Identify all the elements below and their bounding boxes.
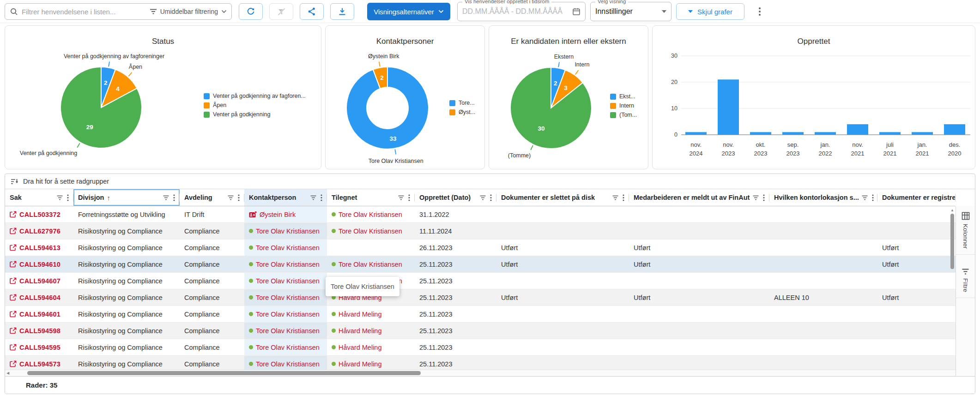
column-header-hvilken-kontorlokasjon-s[interactable]: Hvilken kontorlokasjon s... bbox=[769, 189, 877, 206]
case-link[interactable]: CALL594601 bbox=[19, 311, 60, 318]
person-link[interactable]: Tore Olav Kristiansen bbox=[256, 277, 320, 285]
person-link[interactable]: Tore Olav Kristiansen bbox=[256, 244, 320, 251]
bar[interactable] bbox=[847, 124, 868, 135]
view-select-field[interactable]: Velg visning Innstillinger bbox=[590, 2, 671, 21]
column-filter-icon[interactable] bbox=[310, 195, 316, 200]
row-group-dropzone[interactable]: Dra hit for å sette radgrupper bbox=[5, 174, 975, 189]
person-link[interactable]: Tore Olav Kristiansen bbox=[256, 294, 320, 301]
column-menu-icon[interactable] bbox=[763, 194, 765, 201]
case-link[interactable]: CALL627976 bbox=[19, 227, 60, 235]
person-link[interactable]: Tore Olav Kristiansen bbox=[339, 261, 402, 268]
person-link[interactable]: Tore Olav Kristiansen bbox=[256, 261, 320, 268]
person-link[interactable]: Håvard Meling bbox=[339, 360, 382, 368]
case-link[interactable]: CALL594604 bbox=[19, 294, 60, 301]
column-menu-icon[interactable] bbox=[173, 194, 175, 201]
bar[interactable] bbox=[718, 79, 739, 135]
bar[interactable] bbox=[815, 132, 836, 135]
search-box[interactable]: Umiddelbar filtrering bbox=[5, 3, 232, 20]
person-link[interactable]: Tore Olav Kristiansen bbox=[256, 327, 320, 335]
person-link[interactable]: Tore Olav Kristiansen bbox=[256, 227, 320, 235]
bar[interactable] bbox=[750, 132, 771, 135]
clear-filter-button[interactable] bbox=[269, 3, 293, 20]
filter-mode-dropdown[interactable]: Umiddelbar filtrering bbox=[150, 8, 227, 15]
column-header-sak[interactable]: Sak bbox=[5, 189, 73, 206]
open-case-icon[interactable] bbox=[10, 261, 17, 268]
column-menu-icon[interactable] bbox=[408, 194, 410, 201]
open-case-icon[interactable] bbox=[10, 344, 17, 351]
column-menu-icon[interactable] bbox=[623, 194, 624, 201]
calendar-icon[interactable] bbox=[572, 7, 581, 16]
open-case-icon[interactable] bbox=[10, 277, 17, 284]
table-row[interactable]: CALL627976Risikostyring og ComplianceCom… bbox=[5, 223, 956, 239]
bar[interactable] bbox=[944, 124, 965, 135]
column-menu-icon[interactable] bbox=[490, 194, 492, 201]
person-link[interactable]: Tore Olav Kristiansen bbox=[339, 227, 402, 235]
horizontal-scrollbar[interactable]: ◀ bbox=[5, 370, 956, 376]
column-menu-icon[interactable] bbox=[321, 194, 322, 201]
bar[interactable] bbox=[879, 132, 901, 135]
column-header-avdeling[interactable]: Avdeling bbox=[180, 189, 244, 206]
open-case-icon[interactable] bbox=[10, 227, 17, 234]
table-row[interactable]: CALL594598Risikostyring og ComplianceCom… bbox=[5, 323, 956, 339]
column-header-dokumenter-er-registrert-i[interactable]: Dokumenter er registrert i bbox=[877, 189, 956, 206]
column-filter-icon[interactable] bbox=[398, 195, 404, 200]
person-link[interactable]: Håvard Meling bbox=[339, 311, 382, 318]
person-link[interactable]: Tore Olav Kristiansen bbox=[256, 344, 320, 351]
person-link[interactable]: Tore Olav Kristiansen bbox=[339, 211, 402, 218]
case-link[interactable]: CALL594573 bbox=[19, 360, 60, 368]
table-row[interactable]: CALL594607Risikostyring og ComplianceCom… bbox=[5, 273, 956, 289]
date-range-field[interactable]: Vis henvendelser opprettet i tidsrom DD.… bbox=[457, 2, 586, 21]
column-header-divisjon[interactable]: Divisjon↑ bbox=[73, 189, 180, 206]
column-filter-icon[interactable] bbox=[163, 195, 169, 200]
person-link[interactable]: Tore Olav Kristiansen bbox=[256, 311, 320, 318]
column-filter-icon[interactable] bbox=[57, 195, 63, 200]
table-row[interactable]: CALL594604Risikostyring og ComplianceCom… bbox=[5, 289, 956, 306]
table-row[interactable]: CALL594601Risikostyring og ComplianceCom… bbox=[5, 306, 956, 323]
bar[interactable] bbox=[782, 132, 804, 135]
column-menu-icon[interactable] bbox=[67, 194, 69, 201]
download-button[interactable] bbox=[330, 3, 354, 20]
open-case-icon[interactable] bbox=[10, 294, 17, 301]
column-header-medarbeideren-er-meldt-ut-av-finaut[interactable]: Medarbeideren er meldt ut av FinAut bbox=[629, 189, 769, 206]
case-link[interactable]: CALL594610 bbox=[19, 261, 60, 268]
case-link[interactable]: CALL594598 bbox=[19, 327, 60, 335]
column-filter-icon[interactable] bbox=[753, 195, 759, 200]
column-filter-icon[interactable] bbox=[612, 195, 618, 200]
table-row[interactable]: CALL594573Risikostyring og ComplianceCom… bbox=[5, 356, 956, 370]
case-link[interactable]: CALL594607 bbox=[19, 277, 60, 285]
person-link[interactable]: Håvard Meling bbox=[339, 344, 382, 351]
column-filter-icon[interactable] bbox=[862, 195, 868, 200]
column-header-opprettet-dato[interactable]: Opprettet (Dato) bbox=[415, 189, 496, 206]
column-header-tilegnet[interactable]: Tilegnet bbox=[327, 189, 415, 206]
share-button[interactable] bbox=[300, 3, 324, 20]
table-row[interactable]: CALL594613Risikostyring og ComplianceCom… bbox=[5, 239, 956, 256]
toolbar-kebab-menu[interactable] bbox=[756, 6, 764, 17]
column-header-dokumenter-er-slettet-p-disk[interactable]: Dokumenter er slettet på disk bbox=[496, 189, 629, 206]
view-options-button[interactable]: Visningsalternativer bbox=[367, 3, 450, 20]
column-header-kontaktperson[interactable]: Kontaktperson bbox=[244, 189, 327, 206]
bar[interactable] bbox=[912, 132, 933, 135]
open-case-icon[interactable] bbox=[10, 311, 17, 317]
vertical-scrollbar[interactable]: ▲ bbox=[950, 208, 955, 368]
table-row[interactable]: CALL594595Risikostyring og ComplianceCom… bbox=[5, 339, 956, 356]
column-filter-icon[interactable] bbox=[480, 195, 486, 200]
person-link[interactable]: Øystein Birk bbox=[260, 211, 296, 218]
vertical-scroll-thumb[interactable] bbox=[950, 214, 954, 269]
search-input[interactable] bbox=[22, 8, 150, 16]
scroll-up-arrow-icon[interactable]: ▲ bbox=[950, 208, 954, 212]
horizontal-scroll-thumb[interactable] bbox=[27, 371, 421, 375]
refresh-button[interactable] bbox=[239, 3, 263, 20]
open-case-icon[interactable] bbox=[10, 211, 17, 218]
open-case-icon[interactable] bbox=[10, 244, 17, 251]
open-case-icon[interactable] bbox=[10, 360, 17, 367]
person-link[interactable]: Tore Olav Kristiansen bbox=[256, 360, 320, 368]
case-link[interactable]: CALL594595 bbox=[19, 344, 60, 351]
scroll-left-arrow-icon[interactable]: ◀ bbox=[6, 371, 9, 375]
open-case-icon[interactable] bbox=[10, 327, 17, 334]
column-menu-icon[interactable] bbox=[238, 194, 240, 201]
table-row[interactable]: CALL503372Forretningsstøtte og Utvikling… bbox=[5, 206, 956, 223]
side-tab-filtre[interactable]: Filtre bbox=[956, 263, 975, 298]
bar[interactable] bbox=[685, 132, 707, 135]
side-tab-kolonner[interactable]: Kolonner bbox=[956, 206, 975, 255]
table-row[interactable]: CALL594610Risikostyring og ComplianceCom… bbox=[5, 256, 956, 273]
